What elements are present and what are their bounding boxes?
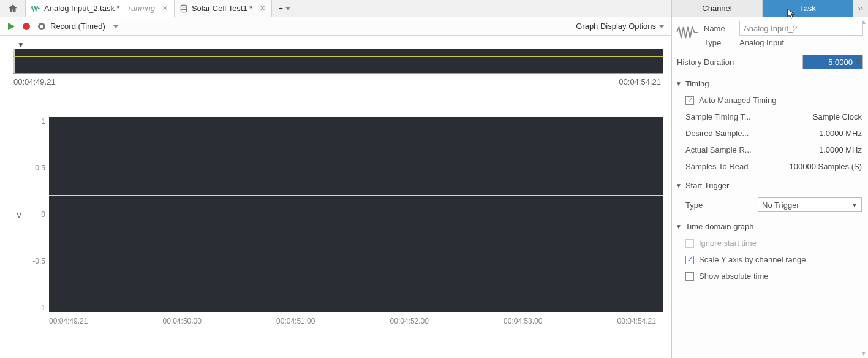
overview-graph[interactable] [13,49,663,74]
toolbar: Record (Timed) Graph Display Options [0,17,671,36]
trigger-type-dropdown[interactable]: No Trigger ▼ [758,197,862,212]
samples-to-read-value: 100000 Samples (S) [789,162,862,171]
name-field-row: Name [704,21,863,36]
document-tabs: Analog Input_2.task * - running ✕ Solar … [0,0,671,17]
record-mode-button[interactable]: Record (Timed) [37,21,119,31]
y-tick: 0.5 [35,164,45,172]
close-icon[interactable]: ✕ [260,4,265,12]
ignore-start-time-label: Ignore start time [699,238,757,248]
ignore-start-time-checkbox [685,239,694,248]
desired-sample-label: Desired Sample... [685,129,749,138]
add-tab-button[interactable]: + [272,4,296,13]
overview-times: 00:04:49.21 00:04:54.21 [13,77,663,86]
x-tick: 00:04:51.00 [276,317,315,326]
history-duration-field: s [802,55,863,69]
show-absolute-time-checkbox[interactable] [685,272,694,281]
overview-signal [13,56,663,57]
history-duration-unit: s [856,57,859,66]
scroll-down-icon[interactable]: ▼ [861,350,867,357]
graph-options-label: Graph Display Options [576,21,656,31]
overview-handle[interactable] [13,49,15,73]
chevron-down-icon: ▼ [676,223,682,230]
actual-sample-value: 1.0000 MHz [819,145,862,154]
trigger-type-value: No Trigger [762,200,799,210]
marker-row: ▼ [13,40,663,49]
chevron-down-icon: ▼ [851,202,858,208]
range-marker-icon[interactable]: ▼ [17,40,25,49]
x-tick: 00:04:53.00 [504,317,542,326]
svg-point-1 [23,23,30,30]
task-name-input[interactable] [739,21,863,36]
x-tick: 00:04:54.21 [617,317,656,326]
waveform-icon [31,4,40,13]
side-tabs: Channel Task ›› [672,0,868,17]
waveform-icon [676,23,698,42]
main-pane: Analog Input_2.task * - running ✕ Solar … [0,0,671,358]
x-tick: 00:04:50.00 [163,317,202,326]
auto-managed-timing-checkbox[interactable] [685,96,694,105]
graph-display-options-button[interactable]: Graph Display Options [576,21,665,31]
history-duration-label: History Duration [677,58,734,67]
record-dot-icon [22,22,31,31]
show-absolute-time-row: Show absolute time [672,268,868,284]
signal-line [49,195,663,196]
section-title: Start Trigger [685,181,730,190]
section-title: Timing [685,79,709,88]
record-label: Record (Timed) [50,21,105,31]
show-absolute-time-label: Show absolute time [699,272,768,281]
task-header-fields: Name Type Analog Input [704,21,863,47]
section-timing[interactable]: ▼ Timing [672,73,868,92]
y-tick: 0 [41,210,45,219]
plus-icon: + [278,4,283,13]
x-tick: 00:04:52.00 [390,317,429,326]
home-button[interactable] [0,0,26,17]
chevron-down-icon [285,7,290,10]
name-label: Name [704,24,734,33]
chevron-down-icon: ▼ [676,182,682,189]
tab-solar-cell[interactable]: Solar Cell Test1 * ✕ [175,0,272,17]
tab-analog-input[interactable]: Analog Input_2.task * - running ✕ [26,0,175,17]
samples-to-read-row: Samples To Read 100000 Samples (S) [672,158,868,175]
close-icon[interactable]: ✕ [162,4,168,12]
scrollbar[interactable]: ▲ ▼ [861,18,867,357]
record-icon [37,21,47,31]
history-duration-input[interactable] [802,55,863,69]
y-tick: -1 [39,303,45,312]
tab-status: - running [124,4,155,13]
more-tabs-button[interactable]: ›› [853,0,868,17]
type-field-row: Type Analog Input [704,38,863,47]
tab-channel[interactable]: Channel [672,0,763,17]
section-start-trigger[interactable]: ▼ Start Trigger [672,175,868,194]
type-value: Analog Input [739,38,784,47]
y-tick: 1 [41,117,45,126]
stop-button[interactable] [22,22,31,31]
sample-timing-type-value: Sample Clock [813,112,862,121]
play-icon [6,21,16,31]
scale-y-label: Scale Y axis by channel range [699,255,806,264]
chevron-down-icon [113,25,119,28]
scale-y-checkbox[interactable] [685,256,694,264]
task-icon [676,21,699,44]
desired-sample-value: 1.0000 MHz [819,129,862,138]
auto-managed-timing-label: Auto Managed Timing [699,96,776,105]
sample-timing-type-label: Sample Timing T... [685,112,751,121]
section-time-domain-graph[interactable]: ▼ Time domain graph [672,216,868,235]
svg-point-3 [40,25,43,28]
tab-task[interactable]: Task [763,0,853,17]
ignore-start-time-row: Ignore start time [672,235,868,251]
database-icon [179,4,188,13]
tab-label: Analog Input_2.task * [44,4,120,13]
overview-end-time: 00:04:54.21 [619,77,661,86]
sample-timing-type-row: Sample Timing T... Sample Clock [672,109,868,125]
samples-to-read-label: Samples To Read [685,162,748,171]
actual-sample-row: Actual Sample R... 1.0000 MHz [672,142,868,158]
chevron-down-icon [659,25,665,28]
x-tick: 00:04:49.21 [49,317,88,326]
y-axis-unit: V [13,117,25,312]
history-duration-row: History Duration s [672,51,868,73]
auto-managed-timing-row: Auto Managed Timing [672,92,868,109]
main-graph[interactable] [49,117,663,312]
run-button[interactable] [6,21,16,31]
trigger-type-row: Type No Trigger ▼ [672,194,868,216]
scroll-up-icon[interactable]: ▲ [861,18,867,25]
